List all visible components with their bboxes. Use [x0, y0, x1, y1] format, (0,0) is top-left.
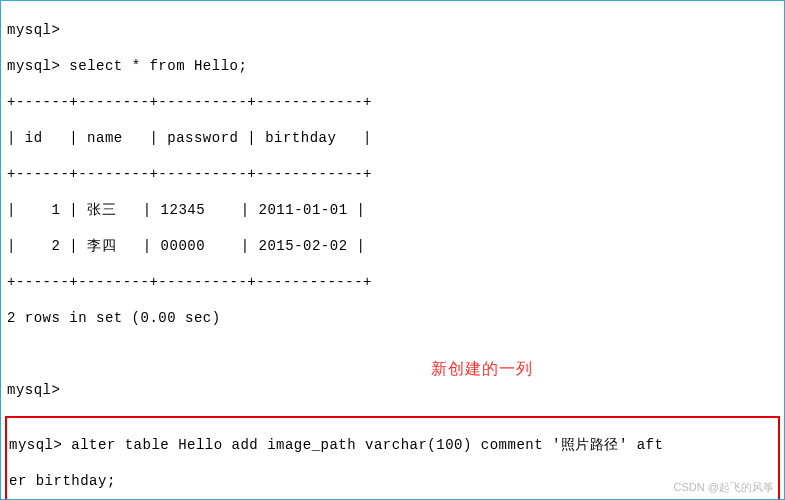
- table-row: | 1 | 张三 | 12345 | 2011-01-01 |: [7, 201, 778, 219]
- prompt-line[interactable]: mysql>: [7, 381, 778, 399]
- select-command-1[interactable]: mysql> select * from Hello;: [7, 57, 778, 75]
- alter-command-line1[interactable]: mysql> alter table Hello add image_path …: [9, 436, 776, 454]
- prompt-line[interactable]: mysql>: [7, 21, 778, 39]
- table-row: | 2 | 李四 | 00000 | 2015-02-02 |: [7, 237, 778, 255]
- terminal-output: mysql> mysql> select * from Hello; +----…: [1, 1, 784, 500]
- watermark: CSDN @起飞的风筝: [674, 480, 774, 495]
- table-header: | id | name | password | birthday |: [7, 129, 778, 147]
- result-summary: 2 rows in set (0.00 sec): [7, 309, 778, 327]
- table-border: +------+--------+----------+------------…: [7, 93, 778, 111]
- annotation-new-column: 新创建的一列: [431, 359, 533, 380]
- alter-command-line2[interactable]: er birthday;: [9, 472, 776, 490]
- table-border: +------+--------+----------+------------…: [7, 165, 778, 183]
- table-border: +------+--------+----------+------------…: [7, 273, 778, 291]
- highlighted-command: mysql> alter table Hello add image_path …: [5, 416, 780, 500]
- sql-command: select * from Hello;: [69, 58, 247, 74]
